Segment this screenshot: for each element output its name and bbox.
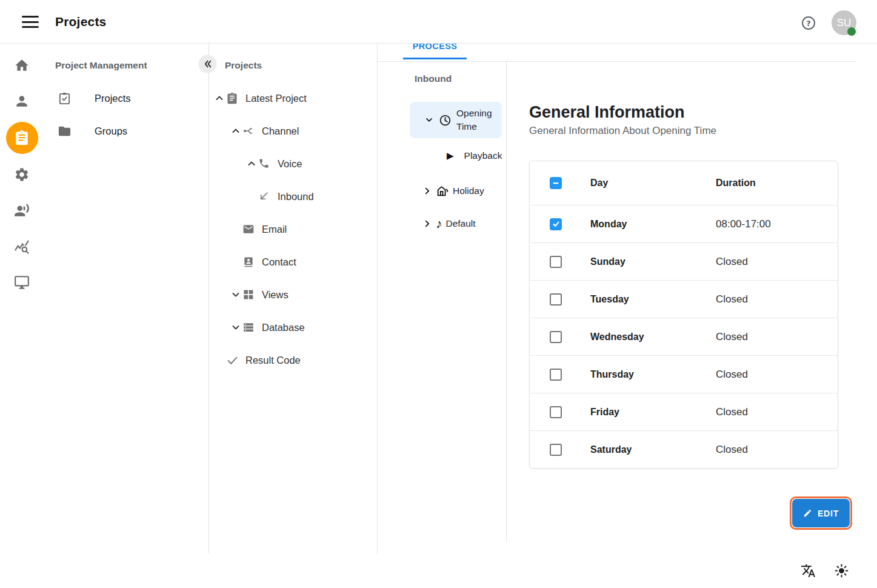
chevron-right-icon[interactable] <box>422 186 432 196</box>
project-tree-panel: Projects Latest Project Channel Voice In… <box>209 44 378 553</box>
chevron-up-icon[interactable] <box>214 93 226 104</box>
tab-strip: PROCESS <box>378 44 856 62</box>
sidebar-item-label: Projects <box>95 93 131 104</box>
email-icon <box>242 223 255 235</box>
row-checkbox[interactable] <box>550 331 562 343</box>
svg-text:?: ? <box>806 19 811 28</box>
clipboard-icon <box>14 130 30 145</box>
process-item-label: Opening Time <box>456 107 498 133</box>
clock-icon <box>439 114 452 127</box>
holiday-home-icon <box>436 184 449 198</box>
section-subtitle: General Information About Opening Time <box>529 125 716 137</box>
column-header-duration: Duration <box>716 178 838 189</box>
tree-item-inbound[interactable]: Inbound <box>209 180 378 213</box>
day-cell: Sunday <box>590 256 716 267</box>
chevron-down-icon[interactable] <box>230 289 242 300</box>
rail-contacts-button[interactable] <box>0 85 44 117</box>
rail-home-button[interactable] <box>0 50 44 81</box>
day-cell: Monday <box>590 219 716 230</box>
tree-item-email[interactable]: Email <box>209 213 378 246</box>
voice-person-icon <box>14 202 30 218</box>
monitor-icon <box>14 275 30 290</box>
gear-icon <box>14 167 30 182</box>
process-item-default[interactable]: Default <box>422 215 476 233</box>
music-note-icon <box>436 218 442 230</box>
day-cell: Friday <box>590 407 716 418</box>
duration-cell: Closed <box>716 331 838 343</box>
chevron-up-icon[interactable] <box>230 125 242 136</box>
table-row: Sunday Closed <box>530 243 838 281</box>
chevron-down-icon[interactable] <box>424 115 434 125</box>
row-checkbox[interactable] <box>550 369 562 381</box>
duration-cell: Closed <box>716 256 838 268</box>
translate-icon <box>801 563 816 578</box>
clipboard-icon <box>226 92 238 104</box>
collapse-sidebar-button[interactable] <box>199 55 216 73</box>
rail-projects-button[interactable] <box>0 122 44 153</box>
rail-analytics-button[interactable] <box>0 231 44 262</box>
rail-agents-button[interactable] <box>0 195 44 226</box>
table-row: Tuesday Closed <box>530 281 838 318</box>
help-icon[interactable]: ? <box>801 15 816 31</box>
top-bar: Projects ? SU <box>0 0 877 44</box>
person-icon <box>14 93 30 109</box>
row-checkbox[interactable] <box>550 444 562 456</box>
day-cell: Tuesday <box>590 294 716 305</box>
brightness-button[interactable] <box>834 563 849 578</box>
chevron-up-icon[interactable] <box>246 158 258 169</box>
tree-item-views[interactable]: Views <box>209 278 378 311</box>
row-checkbox[interactable] <box>550 218 562 230</box>
tree-item-latest-project[interactable]: Latest Project <box>209 82 378 115</box>
chevron-spacer <box>230 224 242 235</box>
chevron-down-icon[interactable] <box>230 322 242 333</box>
sidebar-item-groups[interactable]: Groups <box>44 115 208 147</box>
tree-item-label: Database <box>262 322 305 333</box>
process-item-label: Holiday <box>453 185 484 196</box>
select-all-checkbox[interactable] <box>550 177 562 189</box>
tree-item-label: Voice <box>278 158 302 170</box>
chevron-spacer <box>214 355 226 366</box>
tab-process[interactable]: PROCESS <box>403 44 467 59</box>
tree-item-voice[interactable]: Voice <box>209 147 378 180</box>
tree-item-contact[interactable]: Contact <box>209 246 378 278</box>
duration-cell: Closed <box>716 293 838 306</box>
tree-item-label: Latest Project <box>245 93 307 104</box>
process-tree-panel: Inbound Opening Time Playback Holiday De… <box>378 62 507 543</box>
tree-item-label: Channel <box>262 125 299 137</box>
duration-cell: 08:00-17:00 <box>716 218 838 230</box>
rail-monitor-button[interactable] <box>0 267 44 298</box>
process-item-label: Playback <box>464 150 502 161</box>
avatar-initials: SU <box>837 17 852 29</box>
play-icon <box>447 150 454 161</box>
column-header-day: Day <box>590 178 716 189</box>
rail-settings-button[interactable] <box>0 159 44 190</box>
process-item-opening-time[interactable]: Opening Time <box>410 102 502 138</box>
tree-item-label: Contact <box>262 256 296 268</box>
tree-item-result-code[interactable]: Result Code <box>209 344 378 376</box>
hamburger-menu-icon[interactable] <box>22 16 39 28</box>
row-checkbox[interactable] <box>550 406 562 418</box>
page-title: Projects <box>55 15 106 29</box>
clipboard-check-icon <box>58 92 72 105</box>
process-item-playback[interactable]: Playback <box>447 147 502 165</box>
edit-button-highlight-ring: EDIT <box>790 496 852 530</box>
row-checkbox[interactable] <box>550 256 562 268</box>
tree-item-label: Inbound <box>278 191 314 202</box>
opening-time-table: Day Duration Monday 08:00-17:00 Sunday C… <box>529 161 838 469</box>
day-cell: Thursday <box>590 369 716 380</box>
process-item-holiday[interactable]: Holiday <box>422 182 484 200</box>
sidebar-item-projects[interactable]: Projects <box>44 82 208 115</box>
tree-item-channel[interactable]: Channel <box>209 115 378 147</box>
edit-button[interactable]: EDIT <box>792 499 850 527</box>
folder-icon <box>58 124 72 138</box>
chevron-right-icon[interactable] <box>422 219 432 229</box>
tab-label: PROCESS <box>403 44 467 51</box>
row-checkbox[interactable] <box>550 293 562 306</box>
table-row: Friday Closed <box>530 393 838 431</box>
tree-panel-header: Projects <box>225 60 262 71</box>
tree-item-database[interactable]: Database <box>209 311 378 344</box>
process-panel-header: Inbound <box>415 73 452 84</box>
double-chevron-left-icon <box>203 59 212 68</box>
translate-button[interactable] <box>801 563 816 578</box>
day-cell: Wednesday <box>590 332 716 342</box>
